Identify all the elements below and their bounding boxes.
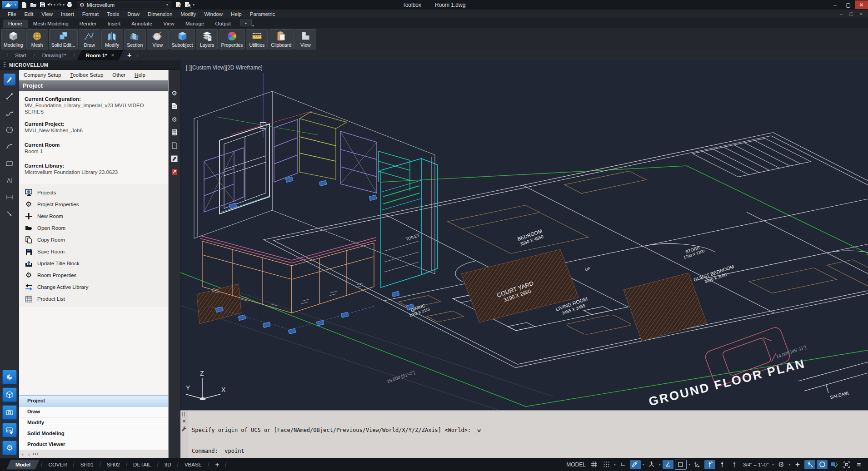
page-icon[interactable]: [170, 142, 178, 149]
report-book-icon[interactable]: [170, 168, 178, 176]
ribbon-button-clipboard[interactable]: Clipboard: [269, 29, 294, 50]
panel-menu-company-setup[interactable]: Company Setup: [19, 72, 65, 78]
panel-title-bar[interactable]: MICROVELLUM: [0, 60, 180, 70]
command-panel-grip[interactable]: ✕: [180, 411, 188, 458]
projects-button[interactable]: Projects: [19, 187, 168, 198]
polar-tracking-toggle[interactable]: [630, 460, 641, 469]
settings-caret-icon[interactable]: ▾: [788, 462, 791, 466]
ribbon-button-modeling[interactable]: Modeling: [1, 29, 25, 50]
new-layout-button[interactable]: +: [211, 458, 224, 471]
customize-wrench-icon[interactable]: [181, 426, 187, 431]
new-file-button[interactable]: [20, 1, 29, 9]
undo-button[interactable]: ▾: [47, 1, 56, 9]
viewport-canvas[interactable]: Z Y X [-][Custom View][2D Wireframe] BED…: [180, 60, 868, 410]
ribbon-button-subobject[interactable]: Subobject: [170, 29, 195, 50]
layout-tab-sh01[interactable]: SH01: [76, 460, 98, 470]
snap-marker-toggle[interactable]: [675, 460, 687, 470]
osnap-center-toggle[interactable]: [729, 460, 740, 469]
menu-window[interactable]: Window: [200, 11, 227, 17]
ribbon-button-modify[interactable]: Modify: [101, 29, 123, 50]
command-panel-close-icon[interactable]: ✕: [182, 419, 186, 424]
ribbon-button-layers[interactable]: Layers: [196, 29, 218, 50]
open-file-button[interactable]: [29, 1, 38, 9]
layout-tab-detail[interactable]: DETAIL: [129, 460, 155, 470]
workspace-status-button[interactable]: [829, 460, 840, 469]
print-button[interactable]: [65, 1, 74, 9]
ribbon-button-utilities[interactable]: Utilities: [246, 29, 268, 50]
add-status-item-button[interactable]: +: [792, 460, 803, 469]
space-indicator[interactable]: MODEL: [564, 461, 588, 468]
menu-draw[interactable]: Draw: [123, 11, 144, 17]
text-tool-button[interactable]: A: [4, 174, 15, 186]
layout-tab-vbase[interactable]: VBASE: [180, 460, 206, 470]
dimension-tool-button[interactable]: [4, 191, 15, 203]
section-project[interactable]: Project: [19, 395, 168, 407]
grid-display-toggle[interactable]: [589, 460, 600, 469]
doc-minimize-button[interactable]: –: [836, 11, 846, 16]
menu-edit[interactable]: Edit: [20, 11, 38, 17]
ribbon-button-solid-edit[interactable]: Solid Edit...: [49, 29, 78, 50]
doc-tab-room1[interactable]: Room 1* ✕: [77, 50, 124, 60]
polyline-tool-button[interactable]: [4, 107, 15, 119]
document-icon[interactable]: [170, 102, 178, 110]
menu-view[interactable]: View: [37, 11, 57, 17]
ribbon-tab-home[interactable]: Home: [3, 20, 28, 28]
ribbon-tab-annotate[interactable]: Annotate: [126, 20, 158, 28]
menu-tools[interactable]: Tools: [103, 11, 123, 17]
tab-close-icon[interactable]: ✕: [111, 53, 115, 58]
menu-format[interactable]: Format: [78, 11, 103, 17]
ribbon-tab-output[interactable]: Output: [210, 20, 236, 28]
ribbon-button-view-styles[interactable]: View: [147, 29, 169, 50]
layout-tab-model[interactable]: Model: [6, 460, 40, 470]
spiral-tool-button[interactable]: [2, 370, 17, 384]
section-solid-modeling[interactable]: Solid Modeling: [19, 428, 168, 439]
new-document-tab-button[interactable]: +: [124, 51, 135, 59]
footer-grip-icon[interactable]: [32, 453, 38, 455]
redo-button[interactable]: ▾: [56, 1, 65, 9]
annotation-scale-selector[interactable]: 3/4" = 1'-0": [741, 462, 770, 467]
panel-menu-other[interactable]: Other: [108, 72, 130, 78]
panel-grip-icon[interactable]: [4, 62, 5, 68]
ribbon-button-draw[interactable]: Draw: [79, 29, 100, 50]
save-button[interactable]: [38, 1, 47, 9]
menu-file[interactable]: File: [4, 11, 20, 17]
ribbon-tab-manage[interactable]: Manage: [180, 20, 210, 28]
ribbon-collapse-caret-icon[interactable]: ▾: [252, 24, 254, 28]
panel-menu-toolbox-setup[interactable]: Toolbox Setup: [65, 72, 108, 78]
scroll-right-button[interactable]: ›: [28, 451, 30, 457]
menu-insert[interactable]: Insert: [57, 11, 78, 17]
polar-caret-icon[interactable]: ▾: [642, 462, 645, 466]
ucs-tracking-toggle[interactable]: [692, 460, 703, 469]
ribbon-tab-render[interactable]: Render: [74, 20, 102, 28]
change-active-library-button[interactable]: Change Active Library: [19, 281, 168, 293]
qat-overflow-caret-icon[interactable]: ▾: [192, 3, 195, 7]
redline-marker-icon[interactable]: [170, 155, 178, 163]
ribbon-button-properties[interactable]: Properties: [219, 29, 245, 50]
doc-tab-drawing1[interactable]: Drawing1*: [37, 50, 72, 60]
ribbon-tab-view[interactable]: View: [158, 20, 180, 28]
osnap-3d-toggle[interactable]: [704, 460, 715, 469]
status-menu-button[interactable]: ≡: [853, 460, 864, 469]
rectangle-tool-button[interactable]: [4, 158, 15, 169]
search-drawing-button[interactable]: [183, 1, 192, 9]
markup-tool-button[interactable]: [4, 74, 15, 85]
doc-restore-button[interactable]: ▢: [846, 11, 856, 16]
isodraft-caret-icon[interactable]: ▾: [658, 462, 661, 466]
render-image-button[interactable]: [2, 423, 17, 437]
project-properties-button[interactable]: ⚙ Project Properties: [19, 198, 168, 210]
ribbon-button-view-block[interactable]: View: [294, 29, 316, 50]
circle-tool-button[interactable]: [4, 124, 15, 136]
camera-view-button[interactable]: [2, 405, 17, 420]
workspace-selector[interactable]: ⚙ Microvellum ▾: [77, 1, 171, 9]
layout-tab-3d[interactable]: 3D: [160, 460, 176, 470]
arc-tool-button[interactable]: [4, 141, 15, 153]
new-room-button[interactable]: New Room: [19, 210, 168, 222]
scroll-left-button[interactable]: ‹: [22, 451, 24, 457]
save-workspace-button[interactable]: [174, 1, 183, 9]
ribbon-tab-insert[interactable]: Insert: [102, 20, 126, 28]
doc-tab-start[interactable]: Start: [10, 50, 31, 60]
section-draw[interactable]: Draw: [19, 407, 168, 417]
save-room-button[interactable]: Save Room: [19, 246, 168, 258]
section-product-viewer[interactable]: Product Viewer: [19, 439, 168, 450]
snap-marker-caret-icon[interactable]: ▾: [688, 462, 691, 466]
